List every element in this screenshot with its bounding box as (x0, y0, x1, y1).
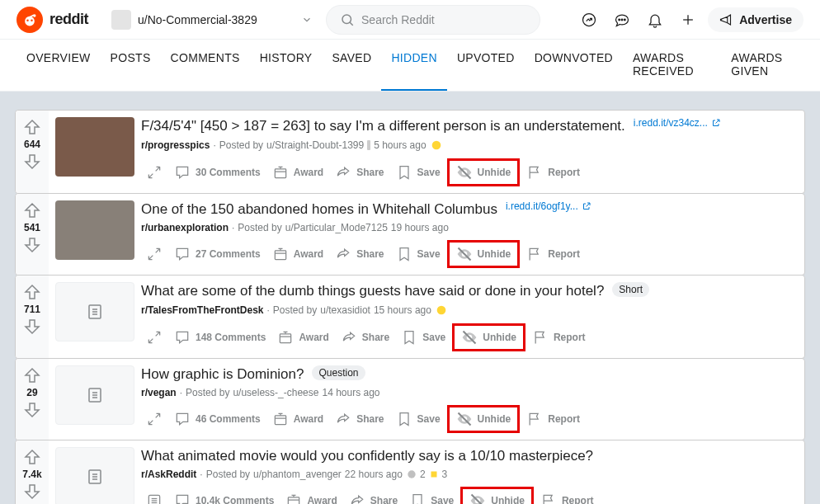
advertise-button[interactable]: Advertise (708, 7, 804, 32)
tab-overview[interactable]: OVERVIEW (16, 40, 101, 91)
subreddit-link[interactable]: r/AskReddit (141, 469, 196, 480)
tab-awards-given[interactable]: AWARDS GIVEN (721, 40, 804, 91)
downvote-button[interactable] (22, 400, 42, 420)
post-thumb-text-icon[interactable] (55, 365, 134, 425)
post-title[interactable]: How graphic is Dominion? (141, 365, 304, 384)
share-button[interactable]: Share (330, 407, 389, 431)
subreddit-link[interactable]: r/urbanexploration (141, 222, 229, 233)
author-link[interactable]: u/texasidiot (320, 304, 370, 316)
chat-icon[interactable] (609, 7, 635, 33)
save-button[interactable]: Save (391, 243, 445, 266)
unhide-button[interactable]: Unhide (451, 161, 516, 184)
report-button[interactable]: Report (535, 489, 599, 504)
upvote-button[interactable] (22, 200, 42, 220)
upvote-button[interactable] (22, 117, 42, 137)
post-flair[interactable]: Question (312, 365, 365, 380)
tab-history[interactable]: HISTORY (250, 40, 323, 91)
share-button[interactable]: Share (330, 161, 389, 184)
post-external-link[interactable]: i.redd.it/6ogf1y... (506, 200, 591, 212)
notifications-icon[interactable] (642, 7, 668, 33)
svg-point-7 (619, 19, 620, 21)
comments-button[interactable]: 30 Comments (169, 161, 266, 184)
unhide-button[interactable]: Unhide (451, 407, 516, 431)
award-button[interactable]: Award (280, 489, 342, 504)
post-content: What are some of the dumb things guests … (141, 276, 804, 358)
upvote-button[interactable] (22, 447, 42, 467)
expand-button[interactable] (141, 326, 167, 349)
author-link[interactable]: u/Straight-Doubt-1399 (266, 139, 364, 151)
report-button[interactable]: Report (521, 407, 585, 431)
post-flair[interactable]: Short (612, 282, 649, 297)
comments-button[interactable]: 148 Comments (169, 326, 271, 349)
vote-column: 541 (16, 194, 49, 275)
search-input[interactable]: Search Reddit (326, 5, 540, 35)
popular-icon[interactable] (576, 7, 602, 33)
brand-text: reddit (49, 11, 88, 28)
author-link[interactable]: u/useless-_-cheese (233, 387, 318, 398)
tab-saved[interactable]: SAVED (322, 40, 381, 91)
share-button[interactable]: Share (344, 489, 403, 504)
comments-button[interactable]: 46 Comments (169, 407, 266, 431)
share-button[interactable]: Share (336, 326, 394, 349)
save-button[interactable]: Save (396, 326, 450, 349)
downvote-button[interactable] (22, 235, 42, 255)
upvote-button[interactable] (22, 282, 42, 302)
tab-posts[interactable]: POSTS (101, 40, 161, 91)
brand-logo[interactable]: reddit (16, 7, 88, 33)
tab-upvoted[interactable]: UPVOTED (447, 40, 525, 91)
card-view-button[interactable] (141, 489, 167, 504)
post-external-link[interactable]: i.redd.it/vz34cz... (634, 117, 721, 129)
post-title[interactable]: F/34/5'4" [450 > 187 = 263] to say I'm a… (141, 117, 625, 135)
tab-comments[interactable]: COMMENTS (161, 40, 250, 91)
chevron-down-icon (301, 14, 313, 26)
post-title[interactable]: One of the 150 abandoned homes in Whiteh… (141, 200, 497, 219)
save-button[interactable]: Save (404, 489, 459, 504)
author-link[interactable]: u/Particular_Mode7125 (285, 222, 388, 233)
tab-downvoted[interactable]: DOWNVOTED (525, 40, 623, 91)
unhide-button[interactable]: Unhide (464, 489, 530, 504)
save-button[interactable]: Save (391, 161, 445, 184)
report-button[interactable]: Report (521, 243, 585, 266)
subreddit-link[interactable]: r/vegan (141, 387, 177, 398)
comments-button[interactable]: 27 Comments (169, 243, 266, 266)
create-icon[interactable] (675, 7, 701, 33)
share-button[interactable]: Share (330, 243, 389, 266)
tab-hidden[interactable]: HIDDEN (381, 40, 446, 91)
author-link[interactable]: u/phantom_avenger (253, 469, 342, 480)
post-thumb[interactable] (55, 117, 134, 177)
comments-button[interactable]: 10.4k Comments (169, 489, 279, 504)
expand-button[interactable] (141, 161, 167, 184)
post-thumb-text-icon[interactable] (55, 447, 134, 504)
unhide-button[interactable]: Unhide (456, 326, 521, 349)
post-content: F/34/5'4" [450 > 187 = 263] to say I'm a… (141, 111, 804, 193)
expand-button[interactable] (141, 243, 167, 266)
post-title[interactable]: What are some of the dumb things guests … (141, 282, 604, 300)
post-content: What animated movie would you confidentl… (141, 440, 804, 504)
award-button[interactable]: Award (267, 161, 328, 184)
post: 7.4k What animated movie would you confi… (15, 440, 805, 504)
upvote-button[interactable] (22, 365, 42, 385)
award-button[interactable]: Award (267, 243, 328, 266)
user-dropdown[interactable]: u/No-Commercial-3829 (105, 7, 319, 33)
svg-rect-35 (431, 472, 436, 478)
award-button[interactable]: Award (267, 407, 328, 431)
award-button[interactable]: Award (272, 326, 333, 349)
save-button[interactable]: Save (391, 407, 445, 431)
downvote-button[interactable] (22, 482, 42, 502)
downvote-button[interactable] (22, 317, 42, 337)
post-meta: r/AskReddit · Posted by u/phantom_avenge… (141, 469, 798, 480)
post-thumb[interactable] (55, 200, 134, 260)
expand-button[interactable] (141, 407, 167, 431)
report-button[interactable]: Report (527, 326, 591, 349)
tab-awards-received[interactable]: AWARDS RECEIVED (623, 40, 721, 91)
post-meta: r/urbanexploration · Posted by u/Particu… (141, 222, 798, 233)
report-button[interactable]: Report (521, 161, 585, 184)
post-title[interactable]: What animated movie would you confidentl… (141, 447, 593, 465)
post-thumb-text-icon[interactable] (55, 282, 134, 341)
unhide-button[interactable]: Unhide (451, 243, 516, 266)
downvote-button[interactable] (22, 152, 42, 172)
svg-point-4 (342, 15, 351, 24)
subreddit-link[interactable]: r/progresspics (141, 139, 210, 151)
subreddit-link[interactable]: r/TalesFromTheFrontDesk (141, 304, 263, 316)
posted-by: Posted by (186, 387, 229, 398)
